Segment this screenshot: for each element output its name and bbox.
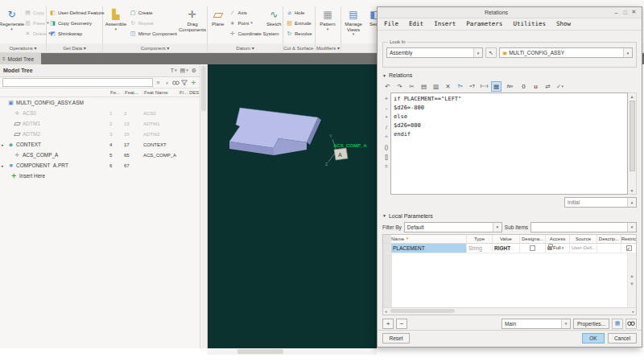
filter-icon[interactable] <box>181 80 188 86</box>
tree-row-root[interactable]: ▣MULTI_CONFIG_ASSY.ASM <box>0 97 200 108</box>
units-button[interactable]: u <box>530 81 541 92</box>
paste-button[interactable]: ▥ <box>431 81 441 92</box>
scroll-right-icon[interactable]: ▸ <box>630 309 636 314</box>
cancel-button[interactable]: Cancel <box>608 333 637 343</box>
tree-row-context[interactable]: ▸◈CONTEXT 417CONTEXT <box>0 139 200 150</box>
tree-row-adtm2[interactable]: ADTM2 315ADTM2 <box>0 129 200 139</box>
regenerate-button[interactable]: ↻ Regenerate ▾ <box>1 7 23 43</box>
search-history-icon[interactable]: ▾ <box>163 80 171 85</box>
cut-button[interactable]: ✂ <box>407 81 417 92</box>
parameter-value-cell[interactable]: RIGHT <box>493 244 520 253</box>
designate-checkbox[interactable] <box>530 245 535 251</box>
tab-model-tree[interactable]: ≡ Model Tree <box>0 53 41 64</box>
pattern-button[interactable]: ▦ Pattern ▾ <box>316 7 339 43</box>
plane-button[interactable]: Plane <box>208 7 227 43</box>
expander-icon[interactable]: ▸ <box>2 163 6 168</box>
group-label-component[interactable]: Component ▾ <box>103 43 208 52</box>
tree-columns-button[interactable]: ▤▾ <box>180 68 188 74</box>
parameters-horizontal-scrollbar[interactable]: ◂ ▸ <box>383 307 636 315</box>
scroll-down-icon[interactable]: ▼ <box>630 187 634 194</box>
find-icon[interactable] <box>172 80 180 86</box>
parameter-name-cell[interactable]: PLACEMENT <box>391 244 467 253</box>
create-button[interactable]: ▢Create <box>128 7 179 18</box>
editor-vertical-scrollbar[interactable]: ▲ ▼ <box>628 93 637 195</box>
operator-parentheses-button[interactable]: () <box>382 142 390 152</box>
local-parameters-section-header[interactable]: ▼ Local Parameters <box>378 212 642 220</box>
insert-function-button[interactable]: fx▾ <box>503 81 517 92</box>
parameter-group-select[interactable]: Main ▾ <box>502 319 571 329</box>
add-parameter-button[interactable]: + <box>382 319 394 329</box>
column-header-access[interactable]: Access <box>546 235 570 244</box>
menu-show[interactable]: Show <box>556 20 571 27</box>
column-header-value[interactable]: Value <box>493 235 520 244</box>
column-header-type[interactable]: Type <box>467 235 493 244</box>
menu-insert[interactable]: Insert <box>434 20 456 27</box>
menu-edit[interactable]: Edit <box>409 20 423 27</box>
tree-search-input[interactable] <box>2 78 153 87</box>
tree-row-adtm1[interactable]: ADTM1 213ADTM1 <box>0 118 200 129</box>
scrollbar-thumb[interactable] <box>201 66 206 111</box>
delete-button[interactable]: ✕ <box>443 81 453 92</box>
parameter-access-cell[interactable]: Full▾ <box>546 244 570 253</box>
search-clear-icon[interactable]: ✕ <box>155 80 162 86</box>
extrude-button[interactable]: ▧Extrude <box>284 18 314 28</box>
model-tree-vertical-scrollbar[interactable] <box>200 64 208 348</box>
scroll-up-icon[interactable]: ▲ <box>630 93 634 100</box>
group-label-cut-surface[interactable]: Cut & Surface ▾ <box>283 43 316 52</box>
column-header[interactable]: Feat Name <box>143 90 179 95</box>
look-in-model-select[interactable]: ▣ MULTI_CONFIG_ASSY ▾ <box>499 47 633 58</box>
tree-row-insert-here[interactable]: ✛Insert Here <box>0 171 200 181</box>
insert-relation-button[interactable]: ?= <box>455 81 465 92</box>
initial-select[interactable]: Initial ▾ <box>564 197 637 208</box>
restricted-checkbox[interactable]: ✓ <box>626 245 632 251</box>
column-header[interactable]: Feat... <box>124 90 143 95</box>
minimize-icon[interactable]: – <box>612 10 621 15</box>
parameter-row-placement[interactable]: PLACEMENT String RIGHT Full▾ User-Defi..… <box>383 244 636 253</box>
table-view-button[interactable]: ▦ <box>612 319 623 329</box>
find-parameter-button[interactable] <box>625 319 637 329</box>
user-defined-feature-button[interactable]: ◧User-Defined Feature <box>47 7 106 18</box>
close-icon[interactable]: ✕ <box>630 9 638 15</box>
sort-relations-button[interactable]: ▦ <box>491 81 502 92</box>
select-model-button[interactable]: ↖ <box>485 47 497 58</box>
switch-dimensions-button[interactable]: ⇄ <box>543 81 553 92</box>
shrinkwrap-button[interactable]: ◩Shrinkwrap <box>47 28 106 39</box>
column-header[interactable]: DES <box>188 90 200 95</box>
operator-equals-button[interactable]: = <box>382 162 390 171</box>
group-label-modifiers[interactable]: Modifiers ▾ <box>316 43 341 52</box>
coordinate-system-button[interactable]: ✛Coordinate System <box>227 28 266 39</box>
sub-items-select[interactable]: ▾ <box>530 222 637 232</box>
properties-button[interactable]: Properties... <box>573 319 609 329</box>
operator-power-button[interactable]: ^ <box>382 133 390 142</box>
mirror-component-button[interactable]: ◫Mirror Component <box>128 28 179 39</box>
reset-button[interactable]: Reset <box>382 333 410 343</box>
repeat-button[interactable]: ↻Repeat <box>128 18 179 28</box>
relations-section-header[interactable]: ▼ Relations <box>378 72 642 80</box>
parameter-description-cell[interactable] <box>597 244 621 253</box>
tree-row-component-a[interactable]: ▸■COMPONENT_A.PRT 667 <box>0 160 200 171</box>
tree-settings-button[interactable]: ⚙ <box>192 68 196 74</box>
copy-geometry-button[interactable]: ◨Copy Geometry <box>47 18 106 28</box>
operator-minus-button[interactable]: - <box>382 104 390 113</box>
operator-multiply-button[interactable]: * <box>382 113 390 123</box>
redo-button[interactable]: ↷ <box>394 81 405 92</box>
tree-filters-button[interactable]: T▾ <box>171 68 177 73</box>
viewport-horizontal-scrollbar[interactable] <box>208 348 377 355</box>
point-button[interactable]: ∗Point▾ <box>227 18 266 28</box>
axis-button[interactable]: ∕Axis <box>227 7 266 18</box>
group-label-get-data[interactable]: Get Data ▾ <box>47 43 103 52</box>
scrollbar-thumb[interactable] <box>630 101 635 171</box>
ok-button[interactable]: OK <box>582 333 605 343</box>
sketch-button[interactable]: ∿ Sketch <box>266 7 282 43</box>
drag-components-button[interactable]: ✛ Drag Components <box>179 7 206 43</box>
menu-file[interactable]: File <box>384 20 398 27</box>
verify-relations-button[interactable]: ✓▾ <box>555 81 565 92</box>
expander-icon[interactable]: ▸ <box>2 142 6 147</box>
column-header-name[interactable]: Name ▼ <box>391 235 467 244</box>
hole-button[interactable]: ⌀Hole <box>284 7 314 18</box>
dialog-titlebar[interactable]: Relations – □ ✕ <box>378 7 642 19</box>
maximize-icon[interactable]: □ <box>621 10 630 15</box>
undo-button[interactable]: ↶ <box>382 81 393 92</box>
graphics-viewport[interactable]: A Y Z ACS_COMP_A <box>208 64 377 348</box>
move-row-up-icon[interactable]: ▲ <box>630 274 634 278</box>
